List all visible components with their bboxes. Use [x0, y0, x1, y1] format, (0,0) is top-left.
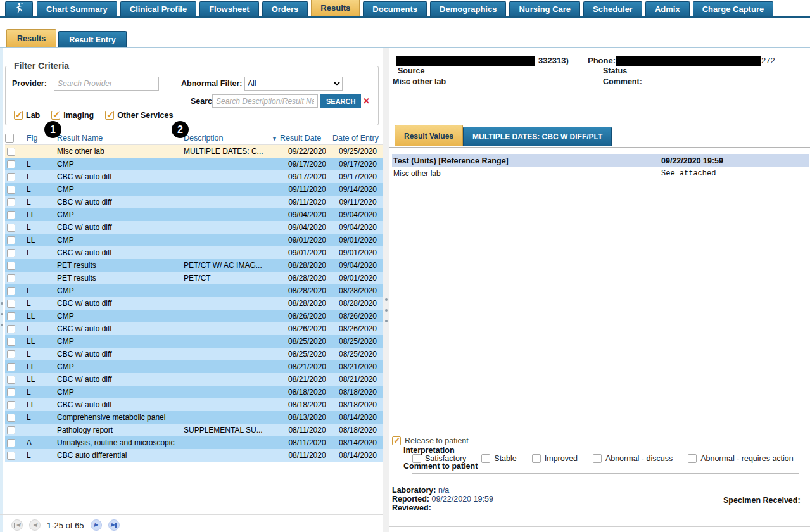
table-row[interactable]: LL CMP 08/25/2020 08/25/2020	[5, 335, 383, 348]
row-checkbox[interactable]	[7, 426, 15, 434]
tab-results[interactable]: Results	[311, 0, 360, 16]
table-row[interactable]: LL CMP 08/26/2020 08/26/2020	[5, 310, 383, 322]
tab-scheduler[interactable]: Scheduler	[583, 1, 642, 16]
table-row[interactable]: L CMP 08/18/2020 08/18/2020	[5, 386, 383, 398]
result-date-cell: 08/21/2020	[282, 362, 332, 371]
row-checkbox[interactable]	[7, 287, 15, 295]
column-header-result-name[interactable]: Result Name	[57, 134, 184, 142]
row-checkbox[interactable]	[7, 224, 15, 232]
panel-splitter[interactable]	[383, 48, 389, 532]
redacted-phone	[616, 56, 761, 66]
row-checkbox[interactable]	[7, 363, 15, 371]
last-page-icon[interactable]: ▶	[108, 519, 120, 531]
next-page-icon[interactable]: ▶	[91, 519, 102, 531]
tab-nursing-care[interactable]: Nursing Care	[509, 1, 580, 16]
table-row[interactable]: L CMP 08/28/2020 08/28/2020	[5, 284, 383, 297]
table-row[interactable]: L CBC w/ auto diff 08/26/2020 08/26/2020	[5, 322, 383, 335]
comment-to-patient-input[interactable]	[412, 473, 799, 485]
select-all-checkbox[interactable]	[5, 134, 14, 142]
result-name-cell: CBC w/ auto diff	[57, 299, 184, 308]
provider-input[interactable]	[54, 77, 159, 91]
column-header-description[interactable]: Description	[184, 134, 282, 142]
row-checkbox[interactable]	[7, 249, 15, 257]
tab-chart-summary[interactable]: Chart Summary	[37, 1, 117, 16]
row-checkbox[interactable]	[7, 173, 15, 181]
table-row[interactable]: L CMP 09/17/2020 09/17/2020	[5, 158, 383, 170]
dtab-multiple-dates-cbc-w-diff-plt[interactable]: MULTIPLE DATES: CBC W DIFF/PLT	[463, 127, 612, 146]
table-row[interactable]: LL CBC w/ auto diff 08/21/2020 08/21/202…	[5, 373, 383, 386]
table-row[interactable]: PET results PET/CT 08/28/2020 09/01/2020	[5, 272, 383, 284]
tab-documents[interactable]: Documents	[363, 1, 427, 16]
table-row[interactable]: PET results PET/CT W/ AC IMAG... 08/28/2…	[5, 259, 383, 272]
subtab-result-entry[interactable]: Result Entry	[58, 31, 127, 48]
interpretation-checkbox-stable[interactable]	[481, 454, 490, 463]
row-checkbox[interactable]	[7, 262, 15, 270]
table-row[interactable]: L CBC w/ auto diff 08/25/2020 08/25/2020	[5, 348, 383, 360]
prev-page-icon[interactable]: ◀	[29, 519, 41, 531]
table-row[interactable]: L CBC w/ auto diff 09/04/2020 09/04/2020	[5, 221, 383, 234]
row-checkbox[interactable]	[7, 350, 15, 358]
right-panel-bottom-separator	[389, 526, 810, 527]
reviewed-line: Reviewed:	[392, 504, 431, 512]
row-checkbox[interactable]	[7, 300, 15, 308]
tab-admix[interactable]: Admix	[645, 1, 690, 16]
table-row[interactable]: L CBC w/ auto diff 09/17/2020 09/17/2020	[5, 170, 383, 183]
abnormal-filter-select[interactable]: All	[244, 77, 343, 91]
row-checkbox[interactable]	[7, 186, 15, 194]
tab-clinical-profile[interactable]: Clinical Profile	[120, 1, 196, 16]
table-row[interactable]: L CBC w/ auto diff 08/28/2020 08/28/2020	[5, 297, 383, 310]
service-filter-checkbox-other-services[interactable]	[105, 111, 114, 120]
tab-charge-capture[interactable]: Charge Capture	[693, 1, 774, 16]
row-checkbox[interactable]	[7, 198, 15, 206]
row-checkbox[interactable]	[7, 439, 15, 447]
row-checkbox[interactable]	[7, 211, 15, 219]
interpretation-checkbox-improved[interactable]	[532, 454, 541, 463]
tab-demographics[interactable]: Demographics	[430, 1, 506, 16]
service-filter-checkbox-imaging[interactable]	[51, 111, 60, 120]
table-row[interactable]: L Comprehensive metabolic panel 08/13/20…	[5, 411, 383, 424]
table-row[interactable]: LL CMP 08/21/2020 08/21/2020	[5, 360, 383, 373]
table-row[interactable]: A Urinalysis, routine and microscopic 08…	[5, 436, 383, 449]
search-button[interactable]: SEARCH	[320, 94, 361, 108]
row-checkbox[interactable]	[7, 236, 15, 244]
interpretation-label: Stable	[494, 454, 516, 463]
table-row[interactable]: Misc other lab MULTIPLE DATES: C... 09/2…	[5, 145, 383, 158]
release-to-patient-checkbox[interactable]	[392, 436, 401, 445]
table-row[interactable]: L CBC auto differential 08/11/2020 08/14…	[5, 449, 383, 462]
row-checkbox[interactable]	[7, 148, 15, 156]
row-checkbox[interactable]	[7, 414, 15, 422]
walking-person-icon	[13, 2, 25, 17]
table-row[interactable]: LL CBC w/ auto diff 08/18/2020 08/18/202…	[5, 398, 383, 411]
row-checkbox[interactable]	[7, 160, 15, 168]
row-checkbox[interactable]	[7, 325, 15, 333]
first-page-icon[interactable]: ◀	[11, 519, 23, 531]
table-row[interactable]: L CBC w/ auto diff 09/01/2020 09/01/2020	[5, 246, 383, 259]
flag-cell: LL	[27, 210, 57, 219]
dtab-result-values[interactable]: Result Values	[395, 125, 463, 146]
row-checkbox[interactable]	[7, 401, 15, 409]
table-row[interactable]: LL CMP 09/04/2020 09/04/2020	[5, 208, 383, 221]
table-row[interactable]: L CBC w/ auto diff 09/11/2020 09/11/2020	[5, 196, 383, 208]
interpretation-checkbox-abnormal-requires-action[interactable]	[688, 454, 697, 463]
patient-tracking-tab[interactable]	[5, 1, 33, 16]
subtab-results[interactable]: Results	[6, 29, 56, 48]
row-checkbox[interactable]	[7, 338, 15, 346]
row-checkbox[interactable]	[7, 274, 15, 282]
table-row[interactable]: LL CMP 09/01/2020 09/01/2020	[5, 234, 383, 246]
row-checkbox[interactable]	[7, 376, 15, 384]
table-row[interactable]: L CMP 09/11/2020 09/14/2020	[5, 183, 383, 196]
column-header-entry-date[interactable]: Date of Entry	[332, 134, 383, 142]
table-row[interactable]: Pathology report SUPPLEMENTAL SU... 08/1…	[5, 424, 383, 436]
service-type-filters: LabImagingOther Services	[14, 111, 173, 120]
search-input[interactable]	[212, 94, 318, 108]
service-filter-checkbox-lab[interactable]	[14, 111, 23, 120]
left-edge-splitter[interactable]	[0, 48, 3, 532]
row-checkbox[interactable]	[7, 452, 15, 460]
interpretation-checkbox-abnormal-discuss[interactable]	[593, 454, 602, 463]
row-checkbox[interactable]	[7, 388, 15, 396]
row-checkbox[interactable]	[7, 312, 15, 320]
tab-flowsheet[interactable]: Flowsheet	[199, 1, 259, 16]
column-header-result-date[interactable]: ▼Result Date	[272, 134, 322, 142]
clear-search-icon[interactable]: ✕	[363, 96, 370, 106]
tab-orders[interactable]: Orders	[262, 1, 308, 16]
